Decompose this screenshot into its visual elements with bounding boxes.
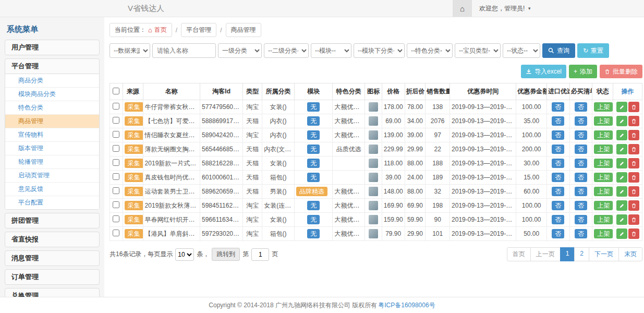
- row-checkbox[interactable]: [113, 159, 119, 166]
- import-select-badge[interactable]: 否: [552, 229, 564, 238]
- import-select-badge[interactable]: 否: [552, 159, 564, 168]
- must-buy-badge[interactable]: 否: [575, 102, 587, 112]
- status-badge[interactable]: 上架: [594, 159, 613, 168]
- icp-link[interactable]: 粤ICP备16098006号: [378, 301, 435, 310]
- edit-button[interactable]: [616, 158, 627, 168]
- delete-button[interactable]: [628, 186, 639, 197]
- status-badge[interactable]: 上架: [594, 116, 613, 126]
- delete-button[interactable]: [628, 130, 639, 140]
- row-checkbox[interactable]: [113, 187, 119, 194]
- status-badge[interactable]: 上架: [594, 215, 613, 224]
- filter-select-data-source[interactable]: --数据来源--: [110, 43, 150, 58]
- must-buy-badge[interactable]: 否: [575, 130, 587, 140]
- row-checkbox[interactable]: [113, 201, 119, 208]
- sidebar-item-groupbuy[interactable]: 拼团管理: [5, 213, 99, 228]
- page-button[interactable]: 首页: [507, 247, 531, 261]
- must-buy-badge[interactable]: 否: [575, 229, 587, 238]
- status-badge[interactable]: 上架: [594, 102, 613, 112]
- breadcrumb-item-goods[interactable]: 商品管理: [226, 23, 261, 37]
- per-page-select[interactable]: 10: [175, 248, 194, 261]
- sidebar-subitem[interactable]: 特色分类: [5, 101, 99, 115]
- page-button[interactable]: 下一页: [589, 247, 619, 261]
- row-checkbox[interactable]: [113, 173, 119, 180]
- jump-button[interactable]: 跳转到: [212, 248, 240, 261]
- reset-button[interactable]: ↻ 重置: [577, 43, 609, 58]
- edit-button[interactable]: [616, 214, 627, 225]
- sidebar-item-platform[interactable]: 平台管理: [5, 59, 99, 74]
- sidebar-subitem[interactable]: 模块商品分类: [5, 88, 99, 101]
- must-buy-badge[interactable]: 否: [575, 187, 587, 196]
- must-buy-badge[interactable]: 否: [575, 173, 587, 182]
- breadcrumb-home-link[interactable]: 首页: [154, 26, 167, 34]
- status-badge[interactable]: 上架: [594, 173, 613, 182]
- must-buy-badge[interactable]: 否: [575, 201, 587, 210]
- page-button[interactable]: 末页: [618, 247, 642, 261]
- row-checkbox[interactable]: [113, 103, 119, 110]
- edit-button[interactable]: [616, 172, 627, 183]
- home-button[interactable]: ⌂: [453, 0, 472, 17]
- import-select-badge[interactable]: 否: [552, 130, 564, 140]
- status-badge[interactable]: 上架: [594, 130, 613, 140]
- delete-button[interactable]: [628, 158, 639, 168]
- status-badge[interactable]: 上架: [594, 187, 613, 196]
- sidebar-item-express[interactable]: 省直快报: [5, 232, 99, 247]
- must-buy-badge[interactable]: 否: [575, 215, 587, 224]
- filter-input-name-search[interactable]: [152, 43, 216, 58]
- breadcrumb-home[interactable]: 当前位置： ⌂ 首页: [110, 23, 172, 37]
- add-button[interactable]: + 添加: [569, 65, 597, 78]
- filter-select-item-type[interactable]: --宝贝类型--: [455, 43, 501, 58]
- delete-button[interactable]: [628, 116, 639, 126]
- sidebar-subitem[interactable]: 启动页管理: [5, 169, 99, 183]
- filter-select-level2-category[interactable]: --二级分类--: [264, 43, 309, 58]
- batch-delete-button[interactable]: 批量删除: [600, 65, 642, 78]
- sidebar-item-order[interactable]: 订单管理: [5, 270, 99, 284]
- must-buy-badge[interactable]: 否: [575, 159, 587, 168]
- import-select-badge[interactable]: 否: [552, 187, 564, 196]
- user-menu[interactable]: 欢迎您，管理员! ▼: [472, 0, 539, 17]
- sidebar-item-message[interactable]: 消息管理: [5, 251, 99, 266]
- edit-button[interactable]: [616, 116, 627, 126]
- filter-select-module[interactable]: --模块--: [311, 43, 351, 58]
- delete-button[interactable]: [628, 200, 639, 211]
- import-excel-button[interactable]: 导入excel: [521, 65, 566, 78]
- page-button[interactable]: 上一页: [530, 247, 561, 261]
- row-checkbox[interactable]: [113, 145, 119, 152]
- sidebar-item-user[interactable]: 用户管理: [5, 40, 99, 55]
- sidebar-subitem[interactable]: 商品管理: [5, 115, 99, 128]
- delete-button[interactable]: [628, 144, 639, 154]
- page-number-input[interactable]: [251, 248, 269, 261]
- delete-button[interactable]: [628, 102, 639, 112]
- edit-button[interactable]: [616, 228, 627, 239]
- filter-select-status[interactable]: --状态--: [503, 43, 540, 58]
- edit-button[interactable]: [616, 102, 627, 112]
- sidebar-subitem[interactable]: 版本管理: [5, 142, 99, 155]
- filter-select-level1-category[interactable]: 一级分类: [218, 43, 262, 58]
- must-buy-badge[interactable]: 否: [575, 145, 587, 154]
- import-select-badge[interactable]: 否: [552, 102, 564, 112]
- filter-select-module-sub[interactable]: --模块下分类--: [354, 43, 405, 58]
- sidebar-subitem[interactable]: 轮播管理: [5, 155, 99, 169]
- sidebar-subitem[interactable]: 意见反馈: [5, 183, 99, 196]
- page-button[interactable]: 2: [574, 247, 589, 261]
- delete-button[interactable]: [628, 228, 639, 239]
- page-button[interactable]: 1: [560, 247, 575, 261]
- sidebar-subitem[interactable]: 平台配置: [5, 196, 99, 209]
- breadcrumb-item-platform[interactable]: 平台管理: [181, 23, 216, 37]
- import-select-badge[interactable]: 否: [552, 116, 564, 126]
- delete-button[interactable]: [628, 172, 639, 183]
- sidebar-subitem[interactable]: 宣传物料: [5, 128, 99, 142]
- edit-button[interactable]: [616, 130, 627, 140]
- import-select-badge[interactable]: 否: [552, 145, 564, 154]
- query-button[interactable]: 查询: [542, 43, 575, 58]
- import-select-badge[interactable]: 否: [552, 215, 564, 224]
- row-checkbox[interactable]: [113, 215, 119, 222]
- status-badge[interactable]: 上架: [594, 229, 613, 238]
- import-select-badge[interactable]: 否: [552, 201, 564, 210]
- import-select-badge[interactable]: 否: [552, 173, 564, 182]
- filter-select-feature-category[interactable]: --特色分类--: [407, 43, 453, 58]
- edit-button[interactable]: [616, 200, 627, 211]
- sidebar-subitem[interactable]: 商品分类: [5, 74, 99, 88]
- sidebar-item-exchange[interactable]: 兑换管理: [5, 288, 99, 297]
- status-badge[interactable]: 上架: [594, 201, 613, 210]
- status-badge[interactable]: 上架: [594, 145, 613, 154]
